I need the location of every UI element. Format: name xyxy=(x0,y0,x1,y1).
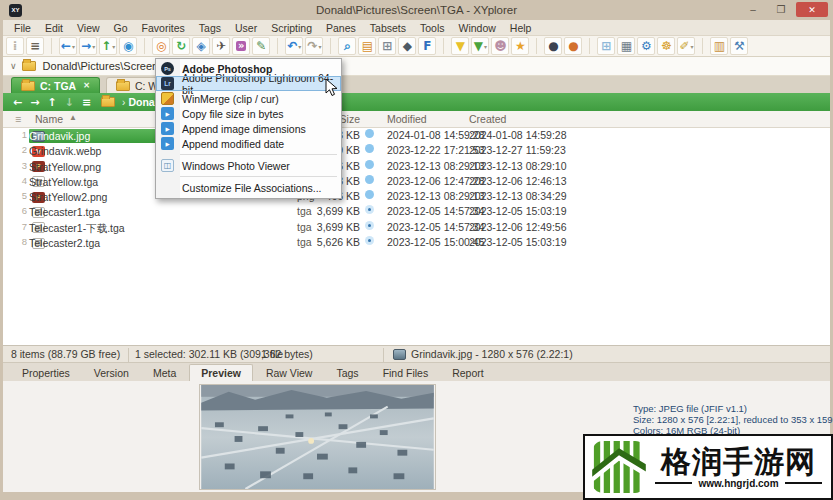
sweep-brush-icon[interactable]: ✐▾ xyxy=(677,37,695,55)
menubar-item-favorites[interactable]: Favorites xyxy=(135,22,192,34)
toolbar-separator xyxy=(530,38,537,54)
tab-preview[interactable]: Preview xyxy=(189,364,253,381)
tab-report[interactable]: Report xyxy=(441,364,495,381)
go-to-last-target-icon[interactable]: ◎ xyxy=(152,37,170,55)
tab-meta[interactable]: Meta xyxy=(142,364,187,381)
up-arrow-icon[interactable]: ↑▾ xyxy=(99,37,117,55)
column-header-created[interactable]: Created xyxy=(469,113,506,125)
menubar-item-tags[interactable]: Tags xyxy=(192,22,228,34)
breadcrumb-folder-icon[interactable] xyxy=(101,97,115,107)
context-menu-item[interactable]: LrAdobe Photoshop Lightroom 64-bit xyxy=(156,76,341,91)
menubar-item-file[interactable]: File xyxy=(7,22,38,34)
menubar-item-scripting[interactable]: Scripting xyxy=(264,22,319,34)
context-menu-item[interactable]: ▶Copy file size in bytes xyxy=(156,106,341,121)
context-menu-item[interactable]: ▶Append image dimensions xyxy=(156,121,341,136)
column-header-name[interactable]: Name xyxy=(35,113,63,125)
pouch-icon[interactable]: ◆ xyxy=(398,37,416,55)
watermark-url: www.hngrjd.com xyxy=(655,478,822,489)
forward-arrow-icon[interactable]: →▾ xyxy=(79,37,97,55)
photoshop-icon: Ps xyxy=(161,62,174,75)
mouse-cursor xyxy=(325,78,339,98)
menubar-item-tools[interactable]: Tools xyxy=(413,22,452,34)
filter-green-icon[interactable]: ▼▾ xyxy=(471,37,489,55)
tab-raw-view[interactable]: Raw View xyxy=(255,364,324,381)
menubar-item-user[interactable]: User xyxy=(228,22,264,34)
chevron-down-icon[interactable]: ∨ xyxy=(10,61,17,71)
menubar-item-tabsets[interactable]: Tabsets xyxy=(363,22,413,34)
paste-clipboard-icon[interactable]: ▤ xyxy=(358,37,376,55)
breadcrumb-up-icon[interactable]: ↑ xyxy=(47,96,56,109)
maximize-button[interactable]: ❐ xyxy=(768,2,794,17)
file-row[interactable]: 1Grindavik.jpgjpg303 KB2024-01-08 14:59:… xyxy=(3,128,830,143)
breadcrumb-down-icon[interactable]: ↓ xyxy=(65,96,74,109)
edit-pen-icon[interactable]: ✎ xyxy=(252,37,270,55)
menubar-item-view[interactable]: View xyxy=(70,22,107,34)
package-icon[interactable]: ◈ xyxy=(192,37,210,55)
paper-plane-icon[interactable]: ✈ xyxy=(212,37,230,55)
breadcrumb-menu-icon[interactable]: ≡ xyxy=(82,96,91,109)
tab-properties[interactable]: Properties xyxy=(11,364,81,381)
gear-badge-icon[interactable]: ⚙ xyxy=(637,37,655,55)
file-size: 3,699 KB xyxy=(303,205,360,217)
favorites-star-icon[interactable]: ★ xyxy=(511,37,529,55)
breadcrumb-forward-icon[interactable]: → xyxy=(30,96,39,109)
folder-tree-icon[interactable]: ⊞ xyxy=(378,37,396,55)
tab-close-icon[interactable]: ✕ xyxy=(83,81,90,90)
file-row[interactable]: 6Telecaster1.tgatga3,699 KB2023-12-05 14… xyxy=(3,204,830,219)
file-name: StratYellow2.png xyxy=(29,191,107,203)
ghost-icon[interactable]: ☻ xyxy=(491,37,509,55)
address-bar[interactable]: ∨ Donald\Pictures\Screen\Tga xyxy=(3,57,830,76)
column-header-modified[interactable]: Modified xyxy=(387,113,427,125)
file-row[interactable]: 2VGrindavik.webpwebp169 KB2023-12-22 17:… xyxy=(3,143,830,158)
find-files-icon[interactable]: F xyxy=(418,37,436,55)
close-button[interactable]: ✕ xyxy=(796,2,828,17)
menubar-item-help[interactable]: Help xyxy=(503,22,539,34)
redo-icon[interactable]: ↷▾ xyxy=(305,37,323,55)
file-row[interactable]: 7Telecaster1-下载.tgatga3,699 KB2023-12-05… xyxy=(3,220,830,235)
file-name-cell[interactable]: Telecaster1.tga xyxy=(29,205,213,219)
file-row[interactable]: 3PStratYellow.pngpng456 KB2023-12-13 08:… xyxy=(3,159,830,174)
menu-item-label: Windows Photo Viewer xyxy=(182,160,290,172)
back-arrow-icon[interactable]: ←▾ xyxy=(59,37,77,55)
tools-wrench-icon[interactable]: ⚒ xyxy=(730,37,748,55)
report-note-icon[interactable]: ▥ xyxy=(710,37,728,55)
fast-forward-icon[interactable]: » xyxy=(232,37,250,55)
menu-item-label: Append modified date xyxy=(182,138,284,150)
file-row[interactable]: 8Telecaster2.tgatga5,626 KB2023-12-05 15… xyxy=(3,235,830,250)
file-name-cell[interactable]: Telecaster2.tga xyxy=(29,236,213,250)
tab-tags[interactable]: Tags xyxy=(325,364,369,381)
menubar-item-edit[interactable]: Edit xyxy=(38,22,70,34)
file-row[interactable]: 4StratYellow.tgatga788 KB2023-12-06 12:4… xyxy=(3,174,830,189)
menubar-item-panes[interactable]: Panes xyxy=(319,22,363,34)
grip-handle-icon[interactable]: ⁞ xyxy=(6,37,24,55)
menu-item-label: Customize File Associations... xyxy=(182,182,321,194)
filter-yellow-icon[interactable]: ▼ xyxy=(451,37,469,55)
color-wheel-icon[interactable]: ☸ xyxy=(657,37,675,55)
breadcrumb-back-icon[interactable]: ← xyxy=(13,96,22,109)
details-view-icon[interactable]: ▦ xyxy=(617,37,635,55)
context-menu-item[interactable]: WinMerge (clip / cur) xyxy=(156,91,341,106)
status-bar: 8 items (88.79 GB free) 1 selected: 302.… xyxy=(3,345,830,362)
undo-icon[interactable]: ↶▾ xyxy=(285,37,303,55)
dark-circle-icon[interactable]: ● xyxy=(544,37,562,55)
dual-pane-icon[interactable]: ⊞ xyxy=(597,37,615,55)
context-menu-item[interactable]: ◫Windows Photo Viewer xyxy=(156,158,341,173)
search-icon[interactable]: ⌕ xyxy=(338,37,356,55)
map-pin-icon[interactable]: ◉ xyxy=(119,37,137,55)
file-row[interactable]: 5PStratYellow2.pngpng466 KB2023-12-13 08… xyxy=(3,189,830,204)
context-menu-item[interactable]: Customize File Associations... xyxy=(156,180,341,195)
folder-tab-1[interactable]: C: TGA✕ xyxy=(11,77,100,93)
refresh-icon[interactable]: ↻ xyxy=(172,37,190,55)
menubar-item-go[interactable]: Go xyxy=(107,22,135,34)
window-content: XY Donald\Pictures\Screen\TGA - XYplorer… xyxy=(3,0,830,492)
file-name-cell[interactable]: Telecaster1-下载.tga xyxy=(29,221,213,235)
tab-version[interactable]: Version xyxy=(83,364,140,381)
status-divider xyxy=(383,348,384,362)
menu-item-label: WinMerge (clip / cur) xyxy=(182,93,279,105)
minimize-button[interactable]: – xyxy=(740,2,766,17)
hamburger-menu-icon[interactable]: ≡ xyxy=(26,37,44,55)
menubar-item-window[interactable]: Window xyxy=(452,22,503,34)
tab-find-files[interactable]: Find Files xyxy=(372,364,440,381)
context-menu-item[interactable]: ▶Append modified date xyxy=(156,136,341,151)
basketball-icon[interactable]: ● xyxy=(564,37,582,55)
